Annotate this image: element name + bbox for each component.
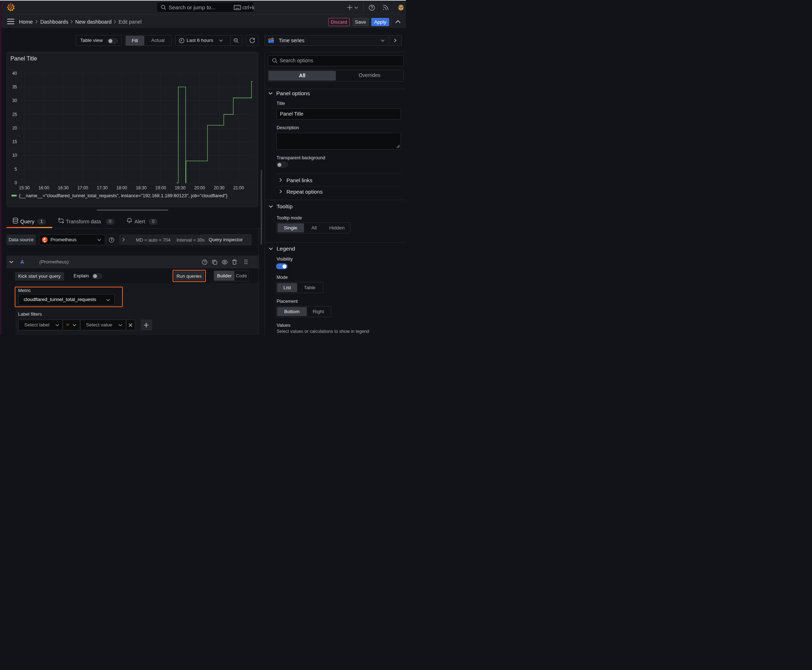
svg-text:20: 20 [12,126,17,130]
svg-text:30: 30 [12,98,17,103]
svg-text:16:00: 16:00 [38,185,49,190]
svg-text:0: 0 [15,180,17,185]
svg-text:5: 5 [15,167,17,172]
svg-text:19:30: 19:30 [175,185,185,190]
svg-text:16:30: 16:30 [58,185,69,190]
svg-text:15: 15 [12,139,17,144]
svg-text:15:30: 15:30 [19,185,30,190]
svg-text:18:00: 18:00 [116,185,127,190]
svg-text:17:00: 17:00 [77,185,88,190]
svg-text:17:30: 17:30 [97,185,108,190]
svg-text:40: 40 [12,71,17,76]
svg-text:20:30: 20:30 [214,185,224,190]
svg-text:10: 10 [12,153,17,158]
svg-text:35: 35 [12,85,17,90]
svg-text:19:00: 19:00 [155,185,166,190]
svg-text:20:00: 20:00 [194,185,205,190]
svg-text:18:30: 18:30 [136,185,146,190]
svg-text:25: 25 [12,112,17,117]
svg-text:21:00: 21:00 [233,185,244,190]
